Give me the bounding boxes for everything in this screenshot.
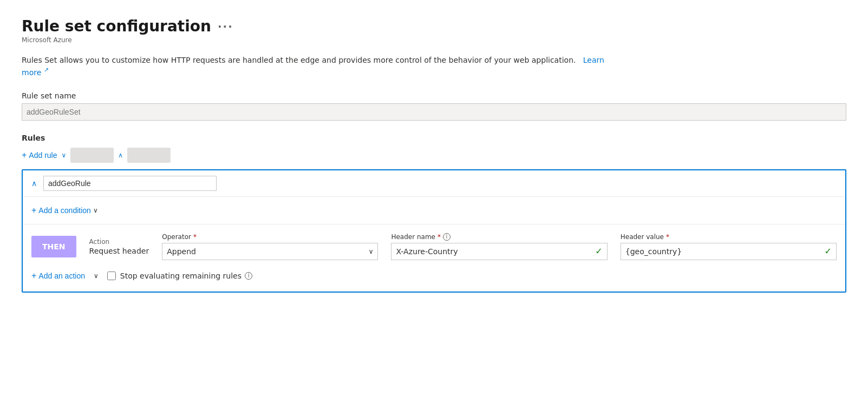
operator-dropdown-arrow-icon: ∨: [369, 248, 374, 255]
description-text: Rules Set allows you to customize how HT…: [22, 56, 576, 64]
rule-collapse-button[interactable]: ∧: [29, 179, 39, 188]
action-value: Request header: [89, 247, 149, 255]
header-name-input[interactable]: X-Azure-Country ✓: [391, 243, 607, 260]
operator-label: Operator *: [162, 233, 378, 241]
add-action-plus-icon: +: [31, 271, 36, 281]
operator-field-group: Operator * Append ∨: [162, 233, 378, 260]
header-name-field-group: Header name * i X-Azure-Country ✓: [391, 233, 607, 260]
header-value-label: Header value *: [621, 233, 837, 241]
header-name-check-icon: ✓: [595, 246, 602, 256]
operator-dropdown[interactable]: Append ∨: [162, 243, 378, 260]
add-action-button[interactable]: + Add an action: [31, 269, 85, 283]
header-value-input[interactable]: {geo_country} ✓: [621, 243, 837, 260]
rule-header: ∧: [23, 170, 845, 197]
rules-toolbar: + Add rule ∨ ∧: [22, 148, 846, 163]
action-label: Action: [89, 238, 149, 246]
header-value-check-icon: ✓: [825, 246, 832, 256]
add-rule-plus-icon: +: [22, 150, 27, 160]
page-subtitle: Microsoft Azure: [22, 36, 846, 44]
header-name-required-star: *: [438, 233, 441, 241]
add-condition-button[interactable]: + Add a condition: [31, 203, 91, 217]
rule-set-name-section: Rule set name: [22, 91, 846, 121]
page-title-container: Rule set configuration ···: [22, 17, 846, 35]
header-name-label: Header name * i: [391, 233, 607, 241]
stop-eval-checkbox[interactable]: [107, 272, 116, 280]
header-value-required-star: *: [666, 233, 669, 241]
add-rule-button[interactable]: + Add rule: [22, 148, 57, 162]
add-action-row: + Add an action ∨ Stop evaluating remain…: [31, 269, 837, 283]
ellipsis-menu-button[interactable]: ···: [218, 20, 233, 33]
header-value-field-group: Header value * {geo_country} ✓: [621, 233, 837, 260]
condition-row: + Add a condition ∨: [23, 197, 845, 224]
add-condition-chevron-icon: ∨: [93, 207, 98, 214]
stop-eval-label: Stop evaluating remaining rules i: [120, 272, 252, 280]
rules-section-label: Rules: [22, 134, 846, 142]
stop-eval-container: Stop evaluating remaining rules i: [107, 272, 252, 280]
rule-set-name-label: Rule set name: [22, 91, 846, 100]
action-type-block: Action Request header: [89, 238, 149, 255]
toolbar-chevron-up-icon: ∧: [118, 151, 123, 159]
rule-set-name-input[interactable]: [22, 103, 846, 121]
add-condition-plus-icon: +: [31, 206, 36, 215]
page-description: Rules Set allows you to customize how HT…: [22, 55, 617, 78]
action-row: THEN Action Request header Operator * Ap…: [31, 233, 837, 260]
then-badge: THEN: [31, 236, 76, 257]
action-section: THEN Action Request header Operator * Ap…: [23, 224, 845, 292]
page-title: Rule set configuration: [22, 17, 211, 35]
rules-section: Rules + Add rule ∨ ∧ ∧ + Add a condition…: [22, 134, 846, 293]
header-name-info-icon: i: [443, 233, 451, 241]
toolbar-button-1[interactable]: [70, 148, 114, 163]
stop-eval-info-icon: i: [245, 272, 252, 280]
operator-required-star: *: [193, 233, 197, 241]
rule-container: ∧ + Add a condition ∨ THEN Action Reques: [22, 169, 846, 293]
external-link-icon: ↗: [44, 67, 49, 74]
add-rule-chevron-icon: ∨: [62, 151, 67, 159]
rule-name-input[interactable]: [43, 176, 217, 191]
toolbar-button-2[interactable]: [127, 148, 171, 163]
add-action-chevron-icon: ∨: [94, 272, 99, 280]
